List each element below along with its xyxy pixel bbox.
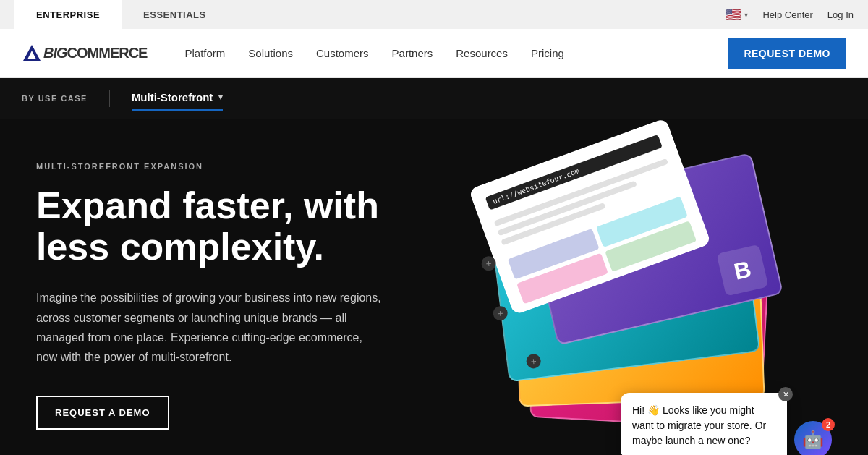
nav-pricing[interactable]: Pricing [522, 41, 573, 65]
nav-links: Platform Solutions Customers Partners Re… [176, 41, 728, 65]
top-bar-right: 🇺🇸 ▾ Help Center Log In [726, 7, 854, 22]
nav-resources[interactable]: Resources [447, 41, 516, 65]
hero-cta-button[interactable]: REQUEST A DEMO [36, 396, 169, 430]
logo-text: BIGCOMMERCE [43, 45, 147, 61]
logo[interactable]: BIGCOMMERCE [22, 43, 147, 64]
sub-nav-multi-storefront[interactable]: Multi-Storefront ▾ [132, 91, 223, 106]
chat-avatar[interactable]: 🤖 2 [794, 421, 832, 455]
chevron-down-icon: ▾ [218, 93, 223, 102]
chat-bubble: ✕ Hi! 👋 Looks like you might want to mig… [621, 393, 787, 455]
chevron-down-icon: ▾ [744, 11, 748, 19]
nav-partners[interactable]: Partners [383, 41, 442, 65]
chat-badge: 2 [822, 418, 835, 431]
request-demo-button[interactable]: REQUEST DEMO [728, 38, 846, 69]
bc-logo-icon: B [717, 244, 769, 297]
nav-customers[interactable]: Customers [307, 41, 378, 65]
hero-visual: B url://websitefour.com + + [470, 133, 846, 455]
hero-content: MULTI-STOREFRONT EXPANSION Expand faster… [36, 162, 427, 430]
hero-description: Imagine the possibilities of growing you… [36, 288, 383, 367]
help-center-link[interactable]: Help Center [762, 9, 812, 20]
flag-emoji: 🇺🇸 [726, 7, 741, 22]
sub-nav-divider [109, 90, 110, 107]
chat-bubble-container: ✕ Hi! 👋 Looks like you might want to mig… [621, 393, 832, 455]
login-link[interactable]: Log In [827, 9, 854, 20]
chat-message: Hi! 👋 Looks like you might want to migra… [632, 404, 766, 446]
hero-eyebrow: MULTI-STOREFRONT EXPANSION [36, 162, 427, 171]
sub-nav-label: BY USE CASE [22, 94, 88, 103]
chat-close-button[interactable]: ✕ [778, 387, 793, 401]
top-bar-tabs: ENTERPRISE ESSENTIALS [14, 0, 228, 29]
hero-title: Expand faster, with less complexity. [36, 185, 427, 268]
plus-icon-1: + [481, 255, 497, 271]
chat-avatar-icon: 🤖 [802, 430, 824, 450]
top-bar: ENTERPRISE ESSENTIALS 🇺🇸 ▾ Help Center L… [0, 0, 868, 29]
nav-solutions[interactable]: Solutions [239, 41, 302, 65]
sub-nav: BY USE CASE Multi-Storefront ▾ [0, 78, 868, 119]
hero-section: MULTI-STOREFRONT EXPANSION Expand faster… [0, 119, 868, 455]
tab-enterprise[interactable]: ENTERPRISE [14, 0, 122, 29]
main-nav: BIGCOMMERCE Platform Solutions Customers… [0, 29, 868, 78]
logo-icon [22, 43, 42, 64]
nav-platform[interactable]: Platform [176, 41, 234, 65]
language-selector[interactable]: 🇺🇸 ▾ [726, 7, 748, 22]
tab-essentials[interactable]: ESSENTIALS [122, 0, 228, 29]
